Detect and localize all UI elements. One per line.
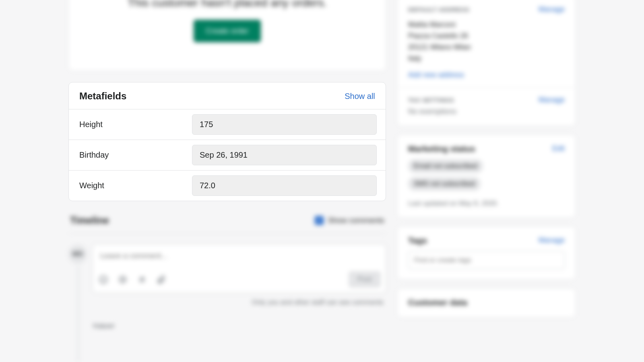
email-status-badge: Email not subscribed (408, 159, 483, 173)
tags-card: Tags Manage (397, 226, 576, 280)
show-comments-checkbox[interactable] (315, 216, 324, 225)
svg-point-1 (102, 278, 103, 279)
show-comments-label: Show comments (328, 216, 384, 225)
address-city: 20121 Milano Milan (408, 42, 565, 53)
marketing-title: Marketing status (408, 144, 475, 154)
metafield-label: Height (79, 120, 184, 129)
address-manage-link[interactable]: Manage (539, 5, 565, 14)
timeline-title: Timeline (70, 215, 109, 226)
metafields-show-all-link[interactable]: Show all (345, 92, 375, 101)
timeline-line (78, 265, 79, 362)
metafields-card: Metafields Show all Height Birthday Weig… (68, 82, 386, 201)
address-card: DEFAULT ADDRESS Manage Mattia Marconi Pi… (397, 0, 576, 126)
metafield-row: Birthday (69, 140, 386, 170)
sms-status-badge: SMS not subscribed (408, 177, 481, 191)
comment-box: Post (93, 244, 386, 293)
timeline-today-label: TODAY (93, 323, 386, 329)
attachment-icon[interactable] (156, 274, 167, 285)
orders-empty-text: This customer hasn't placed any orders. (81, 0, 374, 9)
metafields-title: Metafields (79, 90, 126, 102)
address-country: Italy (408, 53, 565, 64)
comment-input[interactable] (93, 245, 386, 267)
add-new-address-link[interactable]: Add new address (408, 71, 565, 79)
address-street: Piazza Castello 26 (408, 31, 565, 42)
post-button[interactable]: Post (349, 271, 381, 288)
marketing-edit-link[interactable]: Edit (552, 144, 565, 153)
metafield-label: Birthday (79, 150, 184, 160)
tax-settings-title: TAX SETTINGS (408, 97, 454, 103)
metafield-birthday-input[interactable] (192, 145, 377, 165)
svg-point-2 (104, 278, 105, 279)
customer-data-card: Customer data (397, 288, 576, 317)
svg-point-3 (122, 278, 124, 281)
marketing-card: Marketing status Edit Email not subscrib… (397, 135, 576, 218)
default-address-title: DEFAULT ADDRESS (408, 6, 470, 13)
tags-manage-link[interactable]: Manage (539, 236, 565, 245)
tax-status: No exemptions (408, 107, 565, 116)
metafield-weight-input[interactable] (192, 175, 377, 196)
address-name: Mattia Marconi (408, 19, 565, 31)
svg-point-0 (99, 276, 107, 284)
avatar: MD (68, 245, 87, 263)
create-order-button[interactable]: Create order (194, 20, 261, 42)
tags-title: Tags (408, 236, 427, 245)
metafield-row: Height (69, 109, 386, 140)
orders-card: This customer hasn't placed any orders. … (68, 0, 386, 71)
metafield-row: Weight (69, 170, 386, 201)
emoji-icon[interactable] (98, 274, 109, 285)
tags-input[interactable] (408, 251, 565, 269)
mention-icon[interactable] (117, 274, 128, 285)
metafield-height-input[interactable] (192, 114, 377, 135)
tax-manage-link[interactable]: Manage (539, 96, 565, 104)
customer-data-title: Customer data (408, 298, 565, 307)
comment-visibility-note: Only you and other staff can see comment… (93, 298, 386, 306)
marketing-last-updated: Last updated on May 8, 2020. (408, 200, 565, 208)
metafield-label: Weight (79, 181, 184, 190)
timeline-section: Timeline Show comments MD (68, 212, 386, 329)
hash-icon[interactable] (136, 274, 148, 285)
